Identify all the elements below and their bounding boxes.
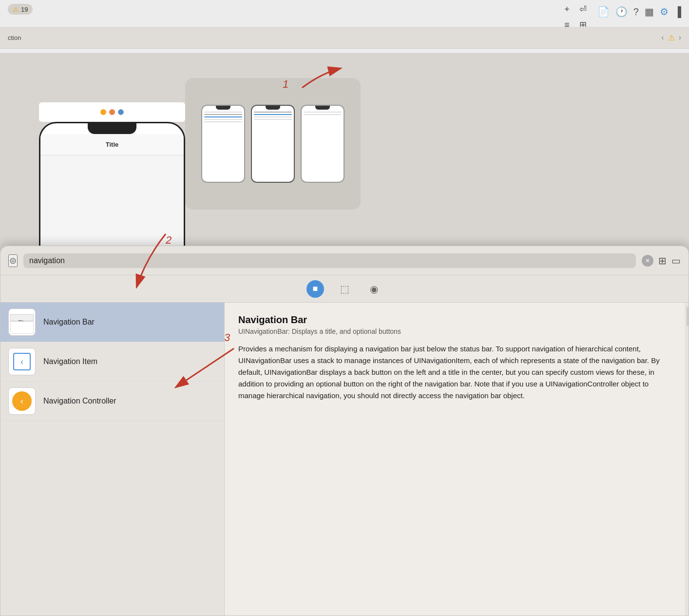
preview-line	[204, 119, 242, 120]
close-icon: ✕	[645, 257, 650, 264]
navigation-item-icon: ‹	[8, 348, 36, 375]
preview-content-2	[254, 112, 292, 180]
enter-button[interactable]: ⏎	[576, 3, 590, 16]
components-icon: ■	[313, 284, 318, 294]
navigation-bar-label: Navigation Bar	[43, 318, 95, 327]
detail-description: Provides a mechanism for displaying a na…	[238, 343, 671, 402]
navigation-item-label: Navigation Item	[43, 357, 97, 366]
preview-line	[304, 112, 342, 113]
library-search-input[interactable]	[23, 253, 636, 268]
toolbar-right: 📄 🕐 ? ▦ ⚙ ▐	[590, 0, 689, 21]
window-controls	[39, 102, 185, 122]
palette-icon: ◉	[370, 283, 378, 295]
library-tabs: ■ ⬚ ◉	[0, 275, 689, 303]
preview-screen-2[interactable]	[251, 105, 295, 183]
dot-orange	[109, 109, 115, 115]
nav-arrows-row: ction ‹ ⚠ ›	[0, 27, 689, 49]
dot-blue	[118, 109, 124, 115]
preview-line	[304, 114, 342, 115]
list-item-navigation-item[interactable]: ‹ Navigation Item	[0, 342, 224, 382]
navigation-bar-icon: Title	[8, 308, 36, 336]
scrollbar-track	[685, 303, 689, 616]
preview-line	[204, 114, 242, 115]
preview-line	[254, 112, 292, 113]
library-menu-button[interactable]: ⊜	[8, 254, 18, 267]
preview-notch-3	[315, 106, 330, 110]
filter-icon[interactable]: ⚙	[660, 6, 669, 18]
view-toggle-button[interactable]: ⊞	[658, 255, 667, 267]
dot-yellow	[100, 109, 106, 115]
preview-line	[204, 112, 242, 113]
close-button[interactable]: ✕	[642, 255, 653, 267]
iphone-notch	[88, 123, 136, 134]
list-item-navigation-bar[interactable]: Title Navigation Bar	[0, 303, 224, 342]
nav-bar-icon-bar: Title	[10, 314, 34, 321]
preview-line	[254, 114, 292, 115]
library-list: Title Navigation Bar ‹ Navigation Item	[0, 303, 225, 616]
nav-bar-screen	[10, 321, 34, 334]
navigation-controller-label: Navigation Controller	[43, 397, 116, 405]
step-1-label: 1	[283, 78, 288, 91]
warning-badge[interactable]: ⚠ 19	[8, 4, 33, 15]
inspector-icon[interactable]: ▦	[645, 6, 654, 18]
preview-line	[254, 116, 292, 117]
iphone-nav-title: Title	[106, 141, 119, 148]
more-icon[interactable]: ▐	[674, 6, 681, 18]
preview-notch-1	[216, 106, 230, 110]
toolbar-row1: + ⏎	[561, 3, 590, 16]
detail-panel: Navigation Bar UINavigationBar: Displays…	[225, 303, 685, 616]
nav-controller-icon-inner: ‹	[12, 391, 32, 411]
preview-screen-3[interactable]	[301, 105, 344, 183]
tab-image[interactable]: ⬚	[336, 280, 353, 298]
section-label: ction	[8, 34, 21, 41]
preview-line	[254, 119, 292, 120]
library-header-right: ✕ ⊞ ▭	[642, 255, 681, 267]
library-header: ⊜ ✕ ⊞ ▭	[0, 246, 689, 275]
step-2-label: 2	[166, 234, 172, 247]
tab-palette[interactable]: ◉	[365, 280, 383, 298]
add-button[interactable]: +	[561, 3, 573, 16]
file-icon[interactable]: 📄	[597, 6, 610, 18]
navigation-controller-icon: ‹	[8, 387, 36, 415]
preview-notch-2	[266, 106, 280, 110]
preview-content-1	[204, 112, 242, 180]
scrollbar-thumb	[687, 307, 689, 326]
nav-warning-icon: ⚠	[668, 33, 675, 42]
warning-count: 19	[21, 6, 28, 13]
preview-panel	[185, 78, 361, 210]
library-content: Title Navigation Bar ‹ Navigation Item	[0, 303, 689, 616]
library-panel: ⊜ ✕ ⊞ ▭ ■ ⬚ ◉	[0, 246, 689, 616]
nav-bar-icon-inner: Title	[10, 310, 34, 334]
nav-left-button[interactable]: ‹	[661, 33, 664, 42]
image-icon: ⬚	[340, 283, 349, 295]
preview-line	[204, 121, 242, 122]
help-icon[interactable]: ?	[633, 6, 639, 18]
sidebar-toggle-button[interactable]: ▭	[671, 255, 681, 267]
history-icon[interactable]: 🕐	[615, 6, 628, 18]
preview-line	[204, 116, 242, 117]
list-item-navigation-controller[interactable]: ‹ Navigation Controller	[0, 382, 224, 421]
detail-subtitle: UINavigationBar: Displays a title, and o…	[238, 327, 671, 335]
detail-title: Navigation Bar	[238, 314, 671, 326]
nav-right-button[interactable]: ›	[679, 33, 681, 42]
tab-components[interactable]: ■	[306, 280, 324, 298]
step-3-label: 3	[224, 331, 230, 344]
preview-content-3	[304, 112, 342, 180]
preview-screen-1[interactable]	[201, 105, 245, 183]
toolbar-left: ⚠ 19	[0, 0, 561, 19]
canvas-area: Title	[0, 54, 689, 616]
warning-icon: ⚠	[13, 5, 19, 13]
iphone-nav-bar: Title	[40, 134, 184, 155]
nav-item-icon-inner: ‹	[13, 353, 31, 370]
